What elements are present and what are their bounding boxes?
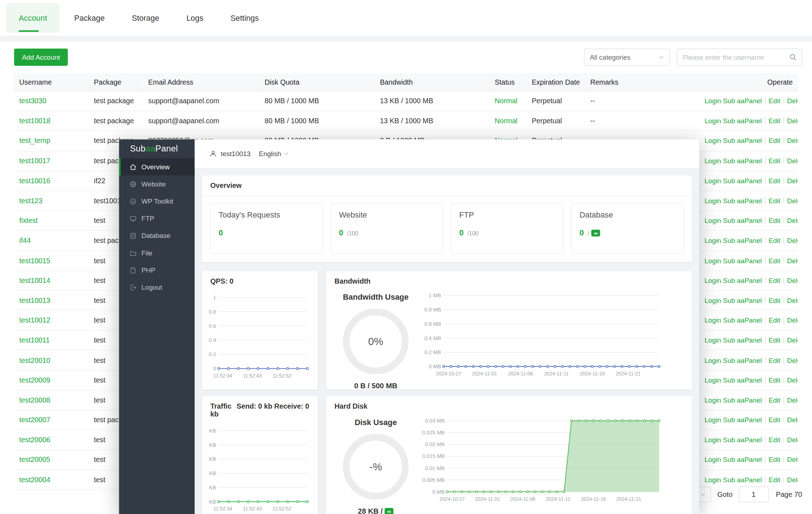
login-sub-aapanel-link[interactable]: Login Sub aaPanel: [705, 117, 762, 125]
edit-link[interactable]: Edit: [769, 157, 781, 165]
username-link[interactable]: if44: [19, 237, 31, 245]
sidebar-item-website[interactable]: Website: [119, 175, 195, 193]
tab-package[interactable]: Package: [62, 3, 117, 33]
delete-link[interactable]: Delete: [787, 197, 798, 205]
edit-link[interactable]: Edit: [769, 137, 781, 145]
login-sub-aapanel-link[interactable]: Login Sub aaPanel: [705, 157, 762, 165]
login-sub-aapanel-link[interactable]: Login Sub aaPanel: [705, 376, 762, 384]
edit-link[interactable]: Edit: [769, 177, 781, 185]
edit-link[interactable]: Edit: [769, 456, 781, 464]
delete-link[interactable]: Delete: [787, 157, 798, 165]
edit-link[interactable]: Edit: [769, 476, 781, 484]
delete-link[interactable]: Delete: [787, 296, 798, 304]
delete-link[interactable]: Delete: [787, 117, 798, 125]
login-sub-aapanel-link[interactable]: Login Sub aaPanel: [705, 276, 762, 284]
delete-link[interactable]: Delete: [787, 97, 798, 105]
username-link[interactable]: test20004: [19, 476, 50, 484]
login-sub-aapanel-link[interactable]: Login Sub aaPanel: [705, 396, 762, 404]
login-sub-aapanel-link[interactable]: Login Sub aaPanel: [705, 217, 762, 225]
delete-link[interactable]: Delete: [787, 256, 798, 264]
language-select[interactable]: English: [259, 150, 289, 158]
username-link[interactable]: test20008: [19, 396, 50, 404]
tab-logs[interactable]: Logs: [174, 3, 216, 33]
delete-link[interactable]: Delete: [787, 177, 798, 185]
username-link[interactable]: test10018: [19, 117, 50, 125]
sidebar-item-php[interactable]: PHP: [119, 261, 195, 279]
add-account-button[interactable]: Add Account: [14, 49, 68, 66]
search-icon[interactable]: [789, 53, 802, 61]
login-sub-aapanel-link[interactable]: Login Sub aaPanel: [705, 197, 762, 205]
tab-account[interactable]: Account: [6, 3, 60, 33]
delete-link[interactable]: Delete: [787, 416, 798, 424]
delete-link[interactable]: Delete: [787, 217, 798, 225]
delete-link[interactable]: Delete: [787, 336, 798, 344]
edit-link[interactable]: Edit: [769, 436, 781, 444]
username-link[interactable]: test10013: [19, 296, 50, 304]
username-link[interactable]: test10015: [19, 256, 50, 264]
login-sub-aapanel-link[interactable]: Login Sub aaPanel: [705, 296, 762, 304]
edit-link[interactable]: Edit: [769, 376, 781, 384]
sidebar-item-database[interactable]: Database: [119, 227, 195, 244]
edit-link[interactable]: Edit: [769, 296, 781, 304]
username-link[interactable]: test20009: [19, 376, 50, 384]
username-link[interactable]: test3030: [19, 97, 46, 105]
delete-link[interactable]: Delete: [787, 476, 798, 484]
login-sub-aapanel-link[interactable]: Login Sub aaPanel: [705, 356, 762, 364]
delete-link[interactable]: Delete: [787, 356, 798, 364]
username-link[interactable]: test10016: [19, 177, 50, 185]
edit-link[interactable]: Edit: [769, 356, 781, 364]
login-sub-aapanel-link[interactable]: Login Sub aaPanel: [705, 336, 762, 344]
login-sub-aapanel-link[interactable]: Login Sub aaPanel: [705, 316, 762, 324]
delete-link[interactable]: Delete: [787, 456, 798, 464]
edit-link[interactable]: Edit: [769, 237, 781, 245]
delete-link[interactable]: Delete: [787, 396, 798, 404]
delete-link[interactable]: Delete: [787, 137, 798, 145]
username-link[interactable]: test20006: [19, 436, 50, 444]
username-link[interactable]: test20005: [19, 456, 50, 464]
edit-link[interactable]: Edit: [769, 217, 781, 225]
delete-link[interactable]: Delete: [787, 436, 798, 444]
login-sub-aapanel-link[interactable]: Login Sub aaPanel: [705, 456, 762, 464]
sidebar-item-file[interactable]: File: [119, 244, 195, 261]
username-link[interactable]: test20007: [19, 416, 50, 424]
tab-storage[interactable]: Storage: [119, 3, 172, 33]
current-username[interactable]: test10013: [221, 150, 250, 158]
username-link[interactable]: test20010: [19, 356, 50, 364]
edit-link[interactable]: Edit: [769, 276, 781, 284]
username-link[interactable]: test10012: [19, 316, 50, 324]
delete-link[interactable]: Delete: [787, 316, 798, 324]
category-filter-select[interactable]: All categories: [584, 49, 670, 66]
login-sub-aapanel-link[interactable]: Login Sub aaPanel: [705, 436, 762, 444]
tab-settings[interactable]: Settings: [218, 3, 271, 33]
login-sub-aapanel-link[interactable]: Login Sub aaPanel: [705, 137, 762, 145]
delete-link[interactable]: Delete: [787, 376, 798, 384]
goto-page-input[interactable]: [739, 486, 768, 502]
edit-link[interactable]: Edit: [769, 316, 781, 324]
username-link[interactable]: test10017: [19, 157, 50, 165]
edit-link[interactable]: Edit: [769, 197, 781, 205]
username-link[interactable]: test_temp: [19, 137, 50, 145]
edit-link[interactable]: Edit: [769, 97, 781, 105]
sidebar-item-ftp[interactable]: FTP: [119, 210, 195, 227]
edit-link[interactable]: Edit: [769, 336, 781, 344]
login-sub-aapanel-link[interactable]: Login Sub aaPanel: [705, 237, 762, 245]
login-sub-aapanel-link[interactable]: Login Sub aaPanel: [705, 476, 762, 484]
login-sub-aapanel-link[interactable]: Login Sub aaPanel: [705, 256, 762, 264]
delete-link[interactable]: Delete: [787, 276, 798, 284]
edit-link[interactable]: Edit: [769, 117, 781, 125]
edit-link[interactable]: Edit: [769, 416, 781, 424]
delete-link[interactable]: Delete: [787, 237, 798, 245]
login-sub-aapanel-link[interactable]: Login Sub aaPanel: [705, 177, 762, 185]
login-sub-aapanel-link[interactable]: Login Sub aaPanel: [705, 97, 762, 105]
username-link[interactable]: fixtest: [19, 217, 38, 225]
sidebar-item-overview[interactable]: Overview: [119, 158, 195, 175]
login-sub-aapanel-link[interactable]: Login Sub aaPanel: [705, 416, 762, 424]
username-link[interactable]: test123: [19, 197, 42, 205]
username-link[interactable]: test10011: [19, 336, 50, 344]
sidebar-item-logout[interactable]: Logout: [119, 279, 195, 296]
username-link[interactable]: test10014: [19, 276, 50, 284]
edit-link[interactable]: Edit: [769, 396, 781, 404]
search-input[interactable]: [677, 53, 789, 61]
sidebar-item-wp-toolkit[interactable]: WWP Toolkit: [119, 193, 195, 210]
edit-link[interactable]: Edit: [769, 256, 781, 264]
